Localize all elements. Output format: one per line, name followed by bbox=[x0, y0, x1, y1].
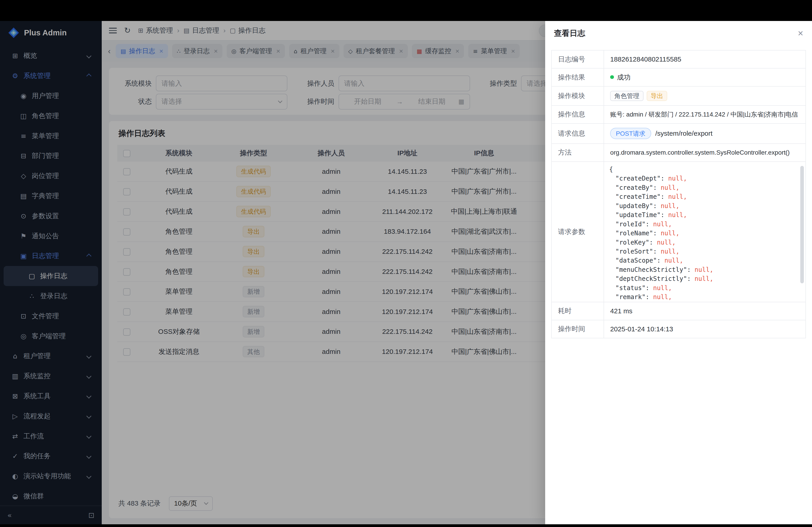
code-line: "remark": null, bbox=[609, 292, 802, 302]
detail-row-module: 操作模块 角色管理导出 bbox=[551, 86, 806, 105]
view-log-drawer: 查看日志 × 日志编号 1882612840802115585 操作结果 成功 bbox=[545, 21, 812, 525]
screen: Plus Admin ⊞ 概览 ⚙ 系统管理 ◉ 用户管理 bbox=[0, 0, 812, 527]
drawer-title: 查看日志 bbox=[554, 28, 585, 39]
operation-info-value: 账号: admin / 研发部门 / 222.175.114.242 / 中国|… bbox=[604, 105, 806, 123]
code-line: "updateTime": null, bbox=[609, 211, 802, 220]
detail-row-duration: 耗时 421 ms bbox=[551, 302, 806, 320]
request-params-code: {"createDept": null,"createBy": null,"cr… bbox=[609, 164, 802, 302]
result-value: 成功 bbox=[617, 74, 630, 81]
duration-value: 421 ms bbox=[604, 302, 806, 320]
code-line: "createDept": null, bbox=[609, 174, 802, 183]
module-tag: 角色管理 bbox=[610, 91, 643, 101]
code-line: "roleSort": null, bbox=[609, 247, 802, 256]
code-line: "createTime": null, bbox=[609, 192, 802, 201]
detail-row-info: 操作信息 账号: admin / 研发部门 / 222.175.114.242 … bbox=[551, 105, 806, 123]
app-window: Plus Admin ⊞ 概览 ⚙ 系统管理 ◉ 用户管理 bbox=[0, 21, 812, 525]
code-line: "updateBy": null, bbox=[609, 201, 802, 211]
detail-row-params: 请求参数 {"createDept": null,"createBy": nul… bbox=[551, 162, 806, 302]
detail-row-method: 方法 org.dromara.system.controller.system.… bbox=[551, 144, 806, 162]
code-scrollbar bbox=[800, 166, 804, 298]
success-dot-icon bbox=[610, 75, 614, 79]
code-line: "createBy": null, bbox=[609, 183, 802, 192]
code-line: "roleName": null, bbox=[609, 229, 802, 238]
post-method-tag: POST请求 bbox=[610, 128, 651, 139]
detail-row-result: 操作结果 成功 bbox=[551, 68, 806, 86]
code-line: "dataScope": null, bbox=[609, 256, 802, 265]
code-scrollbar-thumb[interactable] bbox=[800, 166, 804, 283]
close-icon[interactable]: × bbox=[798, 29, 803, 38]
request-url: /system/role/export bbox=[655, 130, 712, 137]
code-line: "status": null, bbox=[609, 284, 802, 292]
code-line: "roleKey": null, bbox=[609, 238, 802, 247]
detail-row-log-id: 日志编号 1882612840802115585 bbox=[551, 50, 806, 68]
operation-time-value: 2025-01-24 10:14:13 bbox=[604, 320, 806, 338]
code-line: "roleId": null, bbox=[609, 220, 802, 229]
detail-row-time: 操作时间 2025-01-24 10:14:13 bbox=[551, 320, 806, 338]
method-value: org.dromara.system.controller.system.Sys… bbox=[604, 144, 806, 162]
log-id-value: 1882612840802115585 bbox=[604, 50, 806, 68]
log-detail-table: 日志编号 1882612840802115585 操作结果 成功 操作模块 角色… bbox=[551, 50, 806, 338]
code-line: "menuCheckStrictly": null, bbox=[609, 265, 802, 274]
detail-row-request: 请求信息 POST请求/system/role/export bbox=[551, 123, 806, 144]
code-line: { bbox=[609, 165, 802, 174]
drawer-header: 查看日志 × bbox=[545, 21, 812, 46]
export-tag: 导出 bbox=[647, 91, 667, 101]
drawer-body: 日志编号 1882612840802115585 操作结果 成功 操作模块 角色… bbox=[545, 46, 812, 345]
code-line: "deptCheckStrictly": null, bbox=[609, 274, 802, 283]
